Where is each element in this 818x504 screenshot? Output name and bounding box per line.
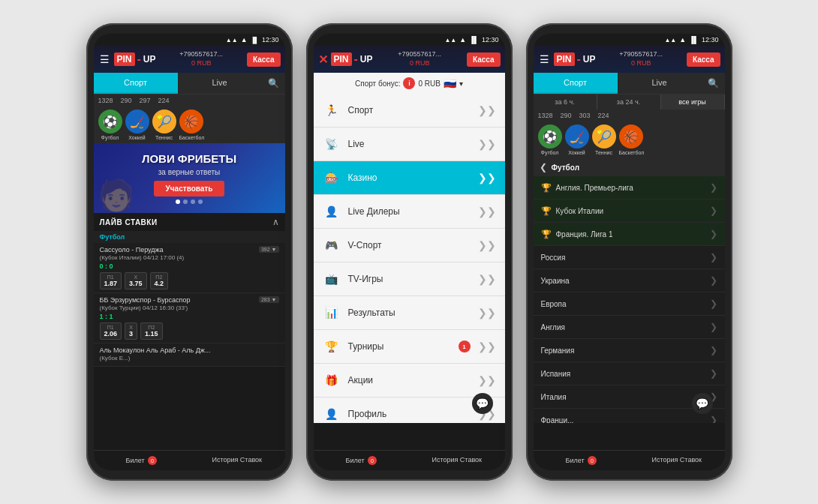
league-item-1[interactable]: 🏆 Англия. Премьер-лига ❯ <box>534 176 725 200</box>
tab-sport-3[interactable]: Спорт <box>534 73 618 94</box>
league-item-7[interactable]: Англия ❯ <box>534 316 725 339</box>
sport-tennis-3[interactable]: 🎾 Теннис <box>592 124 616 155</box>
menu-item-promo[interactable]: 🎁 Акции ❯❯ <box>314 364 505 398</box>
kassa-button-1[interactable]: Касса <box>247 52 281 67</box>
match-cup-2: (Кубок Турции) 04/12 16:30 (33') <box>100 304 279 311</box>
tab-sport-1[interactable]: Спорт <box>94 73 178 94</box>
odd-x-2[interactable]: X 3 <box>125 322 137 340</box>
league-name-9: Испания <box>541 370 705 378</box>
odd-p1-1[interactable]: П1 1.87 <box>100 272 122 290</box>
app-header-2: ✕ PIN - UP +790557617... 0 RUB Касса <box>314 46 505 73</box>
close-menu-icon[interactable]: ✕ <box>318 52 328 67</box>
league-item-4[interactable]: Россия ❯ <box>534 246 725 269</box>
league-arrow-7: ❯ <box>710 322 717 332</box>
live-dealers-icon: 👤 <box>323 202 341 220</box>
football-subsection: Футбол <box>94 231 285 243</box>
battery-icon: ▐▌ <box>251 37 259 44</box>
league-item-9[interactable]: Испания ❯ <box>534 362 725 386</box>
bottom-bar-2: Билет 0 История Ставок <box>314 450 505 470</box>
search-icon-3[interactable]: 🔍 <box>702 73 725 94</box>
chat-button-3[interactable]: 💬 <box>692 393 713 414</box>
match-odds-1: П1 1.87 X 3.75 П2 4.2 <box>100 272 279 290</box>
chat-button-2[interactable]: 💬 <box>472 393 493 414</box>
tab-live-1[interactable]: Live <box>178 73 262 94</box>
dot-1 <box>176 200 180 204</box>
sport-football-1[interactable]: ⚽ Футбол <box>98 110 122 140</box>
match-row-2: 283 ▼ ББ Эрзурумспор - Бурсаспор (Кубок … <box>94 293 285 344</box>
menu-item-tv[interactable]: 📺 TV-Игры ❯❯ <box>314 262 505 296</box>
banner-subtext: за верные ответы <box>101 168 278 176</box>
search-icon-1[interactable]: 🔍 <box>262 73 285 94</box>
sport-basketball-1[interactable]: 🏀 Баскетбол <box>179 110 205 140</box>
kassa-button-2[interactable]: Касса <box>467 52 501 67</box>
tennis-label-3: Теннис <box>595 150 612 155</box>
league-arrow-3: ❯ <box>710 229 717 239</box>
menu-item-live[interactable]: 📡 Live ❯❯ <box>314 128 505 161</box>
league-item-8[interactable]: Германия ❯ <box>534 339 725 362</box>
bonus-icon: i <box>403 77 415 89</box>
menu-label-live-dealers: Live Дилеры <box>348 206 471 217</box>
back-arrow-icon[interactable]: ❮ <box>540 162 547 172</box>
vsport-icon: 🎮 <box>323 236 341 254</box>
count-hockey-1: 290 <box>121 97 132 104</box>
menu-label-vsport: V-Спорт <box>348 240 471 250</box>
menu-item-live-dealers[interactable]: 👤 Live Дилеры ❯❯ <box>314 195 505 229</box>
odd-x-1[interactable]: X 3.75 <box>125 272 147 290</box>
sport-basketball-3[interactable]: 🏀 Баскетбол <box>619 124 645 155</box>
league-item-6[interactable]: Европа ❯ <box>534 292 725 316</box>
history-button-1[interactable]: История Ставок <box>189 451 285 470</box>
odd-p2-2[interactable]: П2 1.15 <box>140 322 163 340</box>
menu-arrow-tv: ❯❯ <box>478 273 496 285</box>
league-item-2[interactable]: 🏆 Кубок Италии ❯ <box>534 200 725 223</box>
history-button-3[interactable]: История Ставок <box>629 451 725 470</box>
menu-item-sport[interactable]: 🏃 Спорт ❯❯ <box>314 94 505 128</box>
menu-item-results[interactable]: 📊 Результаты ❯❯ <box>314 296 505 330</box>
promo-banner-1: 🧑 ЛОВИ ФРИБЕТЫ за верные ответы Участвов… <box>94 143 285 213</box>
sport-hockey-1[interactable]: 🏒 Хоккей <box>125 110 149 140</box>
menu-arrow-results: ❯❯ <box>478 307 496 319</box>
menu-item-casino[interactable]: 🎰 Казино ❯❯ <box>314 161 505 195</box>
participate-button[interactable]: Участвовать <box>154 181 225 196</box>
kassa-button-3[interactable]: Касса <box>687 52 720 67</box>
filter-all[interactable]: все игры <box>661 94 725 110</box>
league-arrow-11: ❯ <box>710 415 717 423</box>
basketball-label-1: Баскетбол <box>179 135 205 140</box>
sport-football-3[interactable]: ⚽ Футбол <box>538 124 562 155</box>
odd-p2-1[interactable]: П2 4.2 <box>150 272 169 290</box>
sport-tennis-1[interactable]: 🎾 Теннис <box>152 110 176 140</box>
tennis-icon-1: 🎾 <box>152 110 176 134</box>
filter-6h[interactable]: за 6 ч. <box>534 94 597 110</box>
hamburger-menu-icon[interactable]: ☰ <box>98 52 111 67</box>
ticket-button-1[interactable]: Билет 0 <box>94 451 190 470</box>
odd-p1-2[interactable]: П1 2.06 <box>100 322 122 340</box>
hamburger-menu-icon-3[interactable]: ☰ <box>538 52 551 67</box>
app-header-3: ☰ PIN - UP +790557617... 0 RUB Касса <box>534 46 725 73</box>
status-bar-2: ▲▲ ▲ ▐▌ 12:30 <box>314 34 505 46</box>
football-label-1: Футбол <box>101 135 119 140</box>
menu-arrow-tournaments: ❯❯ <box>478 340 496 352</box>
league-item-5[interactable]: Украина ❯ <box>534 269 725 292</box>
header-info-3: +790557617... 0 RUB <box>599 50 684 68</box>
menu-item-tournaments[interactable]: 🏆 Турниры 1 ❯❯ <box>314 330 505 364</box>
ticket-button-2[interactable]: Билет 0 <box>314 451 410 470</box>
time-display-3: 12:30 <box>702 36 719 44</box>
league-list: 🏆 Англия. Премьер-лига ❯ 🏆 Кубок Италии … <box>534 176 725 423</box>
sport-menu-icon: 🏃 <box>323 101 341 119</box>
history-button-2[interactable]: История Ставок <box>409 451 505 470</box>
ticket-badge-2: 0 <box>368 456 377 465</box>
ticket-button-3[interactable]: Билет 0 <box>534 451 630 470</box>
count-football-1: 1328 <box>98 97 113 104</box>
menu-list: 🏃 Спорт ❯❯ 📡 Live ❯❯ 🎰 Казино ❯❯ 👤 Live … <box>314 94 505 423</box>
tab-live-3[interactable]: Live <box>618 73 702 94</box>
league-name-3: Франция. Лига 1 <box>556 230 705 238</box>
league-item-3[interactable]: 🏆 Франция. Лига 1 ❯ <box>534 223 725 246</box>
app-header-1: ☰ PIN - UP +790557617... 0 RUB Касса <box>94 46 285 73</box>
menu-arrow-promo: ❯❯ <box>478 374 496 386</box>
filter-24h[interactable]: за 24 ч. <box>597 94 661 110</box>
sport-hockey-3[interactable]: 🏒 Хоккей <box>565 124 589 155</box>
tennis-icon-3: 🎾 <box>592 124 616 148</box>
count-tennis-3: 303 <box>579 112 591 119</box>
tournaments-icon: 🏆 <box>323 338 341 356</box>
live-bets-header[interactable]: ЛАЙВ СТАВКИ ∧ <box>94 213 285 231</box>
menu-item-vsport[interactable]: 🎮 V-Спорт ❯❯ <box>314 229 505 262</box>
